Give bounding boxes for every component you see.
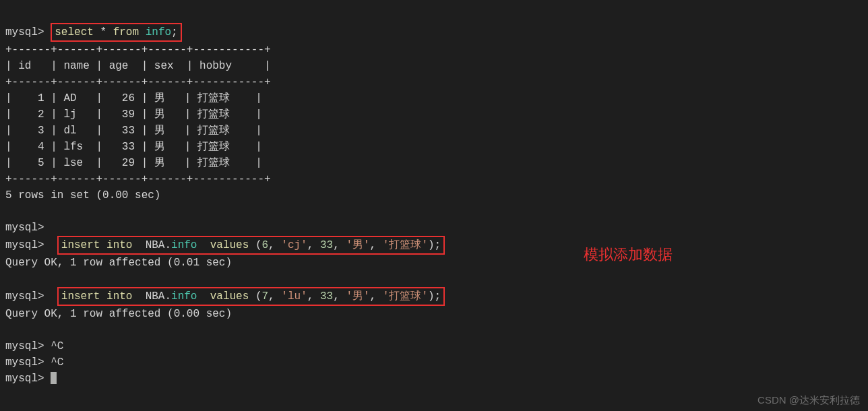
sql-schema: NBA xyxy=(146,290,165,303)
ctrl-c: ^C xyxy=(51,340,63,352)
sql-insert: insert xyxy=(61,290,100,303)
query-status: Query OK, 1 row affected (0.01 sec) xyxy=(5,257,232,269)
sql-num: 33 xyxy=(320,290,333,303)
sql-lparen: ( xyxy=(255,290,262,303)
sql-semi: ; xyxy=(171,26,178,38)
prompt: mysql> xyxy=(5,373,44,385)
prompt: mysql> xyxy=(5,222,44,234)
terminal-output[interactable]: mysql> select * from info; +------+-----… xyxy=(0,0,868,393)
table-status: 5 rows in set (0.00 sec) xyxy=(5,189,160,201)
highlight-select: select * from info; xyxy=(51,23,181,42)
sql-string: '男' xyxy=(346,239,369,251)
table-header: | id | name | age | sex | hobby | xyxy=(5,60,271,72)
sql-dot: . xyxy=(164,239,171,251)
sql-table: info xyxy=(146,26,171,38)
prompt: mysql> xyxy=(5,340,44,352)
prompt: mysql> xyxy=(5,290,44,303)
sql-insert: insert xyxy=(61,239,100,251)
sql-string: '男' xyxy=(346,290,369,303)
table-row: | 3 | dl | 33 | 男 | 打篮球 | xyxy=(5,125,262,137)
sql-string: 'cj' xyxy=(281,239,307,251)
highlight-insert2: insert into NBA.info values (7, 'lu', 33… xyxy=(57,287,445,306)
table-border: +------+------+------+------+-----------… xyxy=(5,173,271,185)
prompt: mysql> xyxy=(5,239,44,251)
annotation-label: 模拟添加数据 xyxy=(584,245,673,265)
table-row: | 4 | lfs | 33 | 男 | 打篮球 | xyxy=(5,141,262,153)
query-status: Query OK, 1 row affected (0.00 sec) xyxy=(5,308,232,320)
table-row: | 5 | lse | 29 | 男 | 打篮球 | xyxy=(5,157,262,169)
sql-from: from xyxy=(113,26,139,38)
sql-string: '打篮球' xyxy=(383,239,428,251)
sql-rparen: ) xyxy=(428,239,435,251)
table-row: | 2 | lj | 39 | 男 | 打篮球 | xyxy=(5,108,262,121)
table-border: +------+------+------+------+-----------… xyxy=(5,44,271,56)
table-row: | 1 | AD | 26 | 男 | 打篮球 | xyxy=(5,92,262,104)
table-border: +------+------+------+------+-----------… xyxy=(5,76,271,88)
sql-dot: . xyxy=(164,290,171,303)
watermark: CSDN @达米安利拉德 xyxy=(757,394,860,407)
sql-select: select xyxy=(55,26,94,38)
sql-num: 33 xyxy=(320,239,333,251)
sql-num: 7 xyxy=(262,290,269,303)
sql-table: info xyxy=(171,239,197,251)
sql-semi: ; xyxy=(435,239,441,251)
sql-rparen: ) xyxy=(428,290,435,303)
prompt: mysql> xyxy=(5,356,44,369)
sql-string: '打篮球' xyxy=(383,290,428,303)
highlight-insert1: insert into NBA.info values (6, 'cj', 33… xyxy=(57,236,445,255)
sql-values: values xyxy=(210,239,249,251)
cursor-icon xyxy=(51,372,57,384)
sql-table: info xyxy=(171,290,197,303)
sql-into: into xyxy=(106,239,132,251)
sql-into: into xyxy=(106,290,132,303)
sql-values: values xyxy=(210,290,249,303)
sql-semi: ; xyxy=(435,290,441,303)
prompt: mysql> xyxy=(5,26,44,38)
sql-star: * xyxy=(100,26,106,38)
sql-num: 6 xyxy=(262,239,269,251)
sql-lparen: ( xyxy=(255,239,262,251)
ctrl-c: ^C xyxy=(51,356,63,369)
sql-string: 'lu' xyxy=(281,290,307,303)
sql-schema: NBA xyxy=(146,239,165,251)
